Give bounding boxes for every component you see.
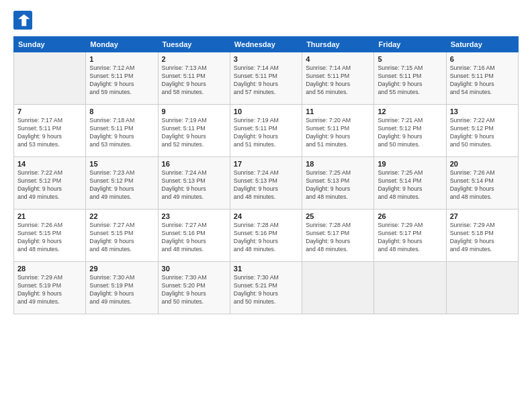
day-number: 24 xyxy=(234,212,298,220)
calendar-cell: 5Sunrise: 7:15 AMSunset: 5:11 PMDaylight… xyxy=(374,52,446,105)
day-info: Sunrise: 7:19 AMSunset: 5:11 PMDaylight:… xyxy=(234,117,298,149)
day-number: 18 xyxy=(306,160,370,168)
week-row-1: 1Sunrise: 7:12 AMSunset: 5:11 PMDaylight… xyxy=(14,52,519,105)
day-number: 8 xyxy=(89,107,154,116)
calendar-cell: 12Sunrise: 7:21 AMSunset: 5:12 PMDayligh… xyxy=(374,105,446,157)
calendar-cell: 13Sunrise: 7:22 AMSunset: 5:12 PMDayligh… xyxy=(446,105,518,157)
weekday-header-row: SundayMondayTuesdayWednesdayThursdayFrid… xyxy=(14,37,519,52)
day-info: Sunrise: 7:14 AMSunset: 5:11 PMDaylight:… xyxy=(306,64,370,97)
calendar-cell: 30Sunrise: 7:30 AMSunset: 5:20 PMDayligh… xyxy=(158,262,230,314)
weekday-header-sunday: Sunday xyxy=(14,37,86,52)
day-info: Sunrise: 7:23 AMSunset: 5:12 PMDaylight:… xyxy=(89,169,154,201)
calendar-cell: 22Sunrise: 7:27 AMSunset: 5:15 PMDayligh… xyxy=(86,210,158,262)
calendar-cell: 10Sunrise: 7:19 AMSunset: 5:11 PMDayligh… xyxy=(230,105,302,157)
weekday-header-tuesday: Tuesday xyxy=(158,37,230,52)
day-info: Sunrise: 7:12 AMSunset: 5:11 PMDaylight:… xyxy=(89,64,154,97)
day-number: 13 xyxy=(450,107,515,116)
week-row-2: 7Sunrise: 7:17 AMSunset: 5:11 PMDaylight… xyxy=(14,105,519,157)
day-info: Sunrise: 7:25 AMSunset: 5:13 PMDaylight:… xyxy=(306,169,370,201)
calendar-cell: 7Sunrise: 7:17 AMSunset: 5:11 PMDaylight… xyxy=(14,105,86,157)
day-info: Sunrise: 7:27 AMSunset: 5:15 PMDaylight:… xyxy=(89,222,154,254)
weekday-header-monday: Monday xyxy=(86,37,158,52)
day-info: Sunrise: 7:22 AMSunset: 5:12 PMDaylight:… xyxy=(450,117,515,149)
day-number: 3 xyxy=(234,55,298,63)
calendar-cell: 21Sunrise: 7:26 AMSunset: 5:15 PMDayligh… xyxy=(14,210,86,262)
calendar-cell xyxy=(374,262,446,314)
day-info: Sunrise: 7:21 AMSunset: 5:12 PMDaylight:… xyxy=(378,117,442,149)
calendar-cell: 25Sunrise: 7:28 AMSunset: 5:17 PMDayligh… xyxy=(302,210,374,262)
day-info: Sunrise: 7:15 AMSunset: 5:11 PMDaylight:… xyxy=(378,64,442,97)
calendar-cell: 1Sunrise: 7:12 AMSunset: 5:11 PMDaylight… xyxy=(86,52,158,105)
day-info: Sunrise: 7:28 AMSunset: 5:17 PMDaylight:… xyxy=(306,222,370,254)
calendar-cell: 16Sunrise: 7:24 AMSunset: 5:13 PMDayligh… xyxy=(158,157,230,210)
day-info: Sunrise: 7:29 AMSunset: 5:17 PMDaylight:… xyxy=(378,222,442,254)
calendar-cell: 8Sunrise: 7:18 AMSunset: 5:11 PMDaylight… xyxy=(86,105,158,157)
day-info: Sunrise: 7:20 AMSunset: 5:11 PMDaylight:… xyxy=(306,117,370,149)
day-number: 2 xyxy=(162,55,226,63)
calendar-cell: 3Sunrise: 7:14 AMSunset: 5:11 PMDaylight… xyxy=(230,52,302,105)
calendar-cell: 17Sunrise: 7:24 AMSunset: 5:13 PMDayligh… xyxy=(230,157,302,210)
calendar-cell: 15Sunrise: 7:23 AMSunset: 5:12 PMDayligh… xyxy=(86,157,158,210)
day-number: 22 xyxy=(89,212,154,220)
calendar-cell: 23Sunrise: 7:27 AMSunset: 5:16 PMDayligh… xyxy=(158,210,230,262)
weekday-header-friday: Friday xyxy=(374,37,446,52)
week-row-4: 21Sunrise: 7:26 AMSunset: 5:15 PMDayligh… xyxy=(14,210,519,262)
day-number: 14 xyxy=(17,160,82,168)
page: SundayMondayTuesdayWednesdayThursdayFrid… xyxy=(0,0,532,411)
calendar-cell: 6Sunrise: 7:16 AMSunset: 5:11 PMDaylight… xyxy=(446,52,518,105)
day-info: Sunrise: 7:27 AMSunset: 5:16 PMDaylight:… xyxy=(162,222,226,254)
calendar-cell: 9Sunrise: 7:19 AMSunset: 5:11 PMDaylight… xyxy=(158,105,230,157)
day-number: 25 xyxy=(306,212,370,220)
day-number: 30 xyxy=(162,265,226,273)
calendar-cell: 19Sunrise: 7:25 AMSunset: 5:14 PMDayligh… xyxy=(374,157,446,210)
weekday-header-saturday: Saturday xyxy=(446,37,518,52)
logo xyxy=(13,11,35,30)
day-info: Sunrise: 7:29 AMSunset: 5:18 PMDaylight:… xyxy=(450,222,515,254)
calendar-cell: 2Sunrise: 7:13 AMSunset: 5:11 PMDaylight… xyxy=(158,52,230,105)
day-number: 31 xyxy=(234,265,298,273)
day-number: 9 xyxy=(162,107,226,116)
day-number: 11 xyxy=(306,107,370,116)
calendar-cell: 14Sunrise: 7:22 AMSunset: 5:12 PMDayligh… xyxy=(14,157,86,210)
day-info: Sunrise: 7:19 AMSunset: 5:11 PMDaylight:… xyxy=(162,117,226,149)
week-row-3: 14Sunrise: 7:22 AMSunset: 5:12 PMDayligh… xyxy=(14,157,519,210)
day-number: 16 xyxy=(162,160,226,168)
day-number: 17 xyxy=(234,160,298,168)
calendar-cell: 11Sunrise: 7:20 AMSunset: 5:11 PMDayligh… xyxy=(302,105,374,157)
day-number: 27 xyxy=(450,212,515,220)
day-number: 15 xyxy=(89,160,154,168)
calendar-cell: 4Sunrise: 7:14 AMSunset: 5:11 PMDaylight… xyxy=(302,52,374,105)
day-number: 23 xyxy=(162,212,226,220)
weekday-header-thursday: Thursday xyxy=(302,37,374,52)
day-info: Sunrise: 7:26 AMSunset: 5:15 PMDaylight:… xyxy=(17,222,82,254)
day-info: Sunrise: 7:24 AMSunset: 5:13 PMDaylight:… xyxy=(234,169,298,201)
day-number: 10 xyxy=(234,107,298,116)
day-number: 7 xyxy=(17,107,82,116)
day-number: 5 xyxy=(378,55,442,63)
day-info: Sunrise: 7:28 AMSunset: 5:16 PMDaylight:… xyxy=(234,222,298,254)
day-info: Sunrise: 7:29 AMSunset: 5:19 PMDaylight:… xyxy=(17,274,82,306)
calendar-cell: 29Sunrise: 7:30 AMSunset: 5:19 PMDayligh… xyxy=(86,262,158,314)
day-info: Sunrise: 7:22 AMSunset: 5:12 PMDaylight:… xyxy=(17,169,82,201)
week-row-5: 28Sunrise: 7:29 AMSunset: 5:19 PMDayligh… xyxy=(14,262,519,314)
calendar-cell: 24Sunrise: 7:28 AMSunset: 5:16 PMDayligh… xyxy=(230,210,302,262)
day-info: Sunrise: 7:17 AMSunset: 5:11 PMDaylight:… xyxy=(17,117,82,149)
logo-icon xyxy=(13,11,32,30)
day-info: Sunrise: 7:30 AMSunset: 5:20 PMDaylight:… xyxy=(162,274,226,306)
day-info: Sunrise: 7:25 AMSunset: 5:14 PMDaylight:… xyxy=(378,169,442,201)
calendar-cell xyxy=(14,52,86,105)
day-number: 6 xyxy=(450,55,515,63)
calendar-cell: 18Sunrise: 7:25 AMSunset: 5:13 PMDayligh… xyxy=(302,157,374,210)
calendar-cell: 26Sunrise: 7:29 AMSunset: 5:17 PMDayligh… xyxy=(374,210,446,262)
day-info: Sunrise: 7:30 AMSunset: 5:21 PMDaylight:… xyxy=(234,274,298,306)
calendar-cell: 28Sunrise: 7:29 AMSunset: 5:19 PMDayligh… xyxy=(14,262,86,314)
calendar-cell: 27Sunrise: 7:29 AMSunset: 5:18 PMDayligh… xyxy=(446,210,518,262)
day-info: Sunrise: 7:24 AMSunset: 5:13 PMDaylight:… xyxy=(162,169,226,201)
day-info: Sunrise: 7:14 AMSunset: 5:11 PMDaylight:… xyxy=(234,64,298,97)
calendar-table: SundayMondayTuesdayWednesdayThursdayFrid… xyxy=(13,36,519,314)
day-number: 29 xyxy=(89,265,154,273)
weekday-header-wednesday: Wednesday xyxy=(230,37,302,52)
day-info: Sunrise: 7:13 AMSunset: 5:11 PMDaylight:… xyxy=(162,64,226,97)
day-number: 4 xyxy=(306,55,370,63)
day-number: 26 xyxy=(378,212,442,220)
